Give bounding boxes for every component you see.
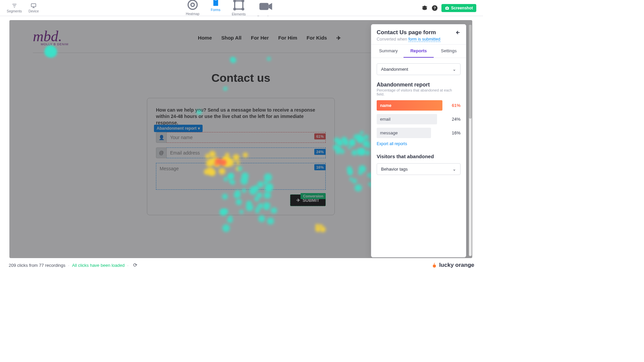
clicks-count: 209 clicks from 77 recordings	[9, 263, 65, 268]
scrollbar-thumb[interactable]	[469, 25, 472, 119]
report-type-value: Abandonment	[381, 67, 408, 72]
chevron-down-icon: ⌄	[452, 67, 456, 72]
separator: ·	[127, 263, 129, 268]
svg-rect-10	[259, 3, 268, 10]
brand-logo: lucky orange	[432, 262, 474, 268]
visitors-title: Visitors that abandoned	[377, 154, 461, 159]
row-message-label: message	[377, 128, 431, 138]
device-button[interactable]: Device	[29, 3, 39, 13]
loaded-status: All clicks have been loaded	[72, 263, 125, 268]
scrollbar[interactable]	[469, 25, 472, 256]
panel-title: Contact Us page form	[377, 29, 436, 36]
row-message-pct: 16%	[444, 130, 461, 135]
brand-text: lucky orange	[439, 262, 474, 268]
help-icon[interactable]: ?	[431, 5, 438, 11]
page-viewport: mbd. MOLLY B DENIM Home Shop All For Her…	[9, 20, 472, 258]
panel-sub-prefix: Converted when	[377, 37, 409, 42]
screenshot-label: Screenshot	[451, 6, 473, 10]
svg-rect-0	[32, 4, 36, 7]
segments-button[interactable]: Segments	[7, 3, 22, 13]
top-toolbar: Segments Device Heatmap Forms Elements R…	[0, 0, 483, 16]
row-name-label: name	[377, 100, 442, 111]
panel-tabs: Summary Reports Settings	[371, 45, 466, 58]
form-submitted-link[interactable]: form is submitted	[409, 37, 440, 42]
svg-point-14	[446, 7, 448, 8]
panel-subtitle: Converted when form is submitted	[377, 37, 461, 42]
row-name-pct: 61%	[445, 103, 461, 108]
refresh-icon[interactable]: ⟳	[133, 262, 138, 268]
main-area: mbd. MOLLY B DENIM Home Shop All For Her…	[0, 16, 483, 259]
device-label: Device	[29, 9, 39, 13]
report-section-title: Abandonment report	[377, 82, 461, 88]
behavior-tags-select[interactable]: Behavior tags ⌄	[377, 163, 461, 175]
footer: 209 clicks from 77 recordings · All clic…	[0, 259, 483, 271]
row-email[interactable]: email 24%	[377, 114, 461, 124]
row-email-label: email	[377, 114, 437, 124]
svg-rect-5	[235, 1, 243, 9]
target-icon	[186, 0, 200, 11]
svg-rect-4	[214, 0, 217, 0]
svg-text:?: ?	[433, 6, 436, 10]
svg-point-1	[188, 0, 197, 9]
tab-forms-label: Forms	[211, 8, 220, 12]
monitor-icon	[31, 3, 37, 9]
row-name[interactable]: name 61%	[377, 100, 461, 111]
report-panel: Contact Us page form Converted when form…	[371, 24, 466, 257]
screenshot-button[interactable]: Screenshot	[441, 4, 476, 12]
clipboard-icon	[211, 0, 220, 7]
orange-icon	[432, 262, 437, 268]
row-message[interactable]: message 16%	[377, 128, 461, 138]
academy-icon[interactable]	[421, 5, 428, 11]
scrollbar-track	[469, 25, 472, 256]
chevron-down-icon: ⌄	[452, 167, 456, 172]
video-icon	[257, 0, 274, 15]
tab-heatmap-label: Heatmap	[186, 12, 200, 16]
panel-tab-summary[interactable]: Summary	[373, 45, 404, 58]
row-email-pct: 24%	[444, 117, 461, 122]
svg-rect-3	[213, 0, 218, 6]
tab-elements-label: Elements	[232, 12, 246, 16]
svg-point-2	[191, 3, 194, 6]
export-link[interactable]: Export all reports	[377, 141, 461, 146]
bounding-box-icon	[232, 0, 246, 12]
segments-label: Segments	[7, 9, 22, 13]
filter-icon	[11, 3, 17, 9]
back-arrow-icon[interactable]	[454, 29, 461, 36]
behavior-tags-value: Behavior tags	[381, 167, 408, 172]
report-section-sub: Percentage of visitors that abandoned at…	[377, 88, 461, 96]
svg-point-15	[433, 264, 436, 267]
camera-icon	[445, 6, 449, 10]
panel-tab-reports[interactable]: Reports	[404, 45, 434, 58]
separator: ·	[68, 263, 69, 268]
report-type-select[interactable]: Abandonment ⌄	[377, 63, 461, 75]
panel-tab-settings[interactable]: Settings	[434, 45, 464, 58]
